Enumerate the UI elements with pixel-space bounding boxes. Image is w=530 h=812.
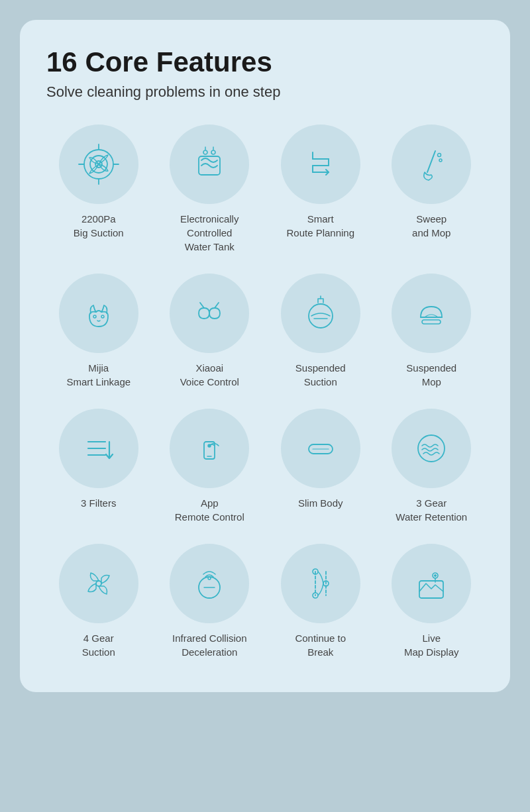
feature-app-remote: AppRemote Control — [158, 409, 262, 524]
suspended-suction-icon — [299, 292, 342, 334]
voice-control-icon — [188, 292, 231, 334]
water-tank-icon — [188, 143, 231, 185]
infrared-label: Infrared CollisionDeceleration — [172, 631, 247, 659]
app-remote-icon — [188, 427, 231, 470]
suspended-mop-icon — [410, 292, 452, 334]
big-suction-label: 2200PaBig Suction — [74, 212, 124, 240]
feature-voice-control: XiaoaiVoice Control — [158, 274, 262, 389]
water-tank-icon-circle — [170, 125, 249, 204]
feature-infrared: Infrared CollisionDeceleration — [158, 544, 262, 659]
main-card: 16 Core Features Solve cleaning problems… — [20, 20, 510, 692]
feature-three-filters: 3 Filters — [46, 409, 151, 524]
svg-point-7 — [203, 150, 207, 154]
mijia-linkage-icon — [78, 292, 120, 334]
three-filters-icon-circle — [59, 409, 138, 488]
svg-line-18 — [200, 303, 204, 308]
mijia-linkage-label: MijiaSmart Linkage — [66, 361, 131, 389]
live-map-icon-circle — [392, 544, 471, 623]
route-planning-icon-circle — [281, 125, 360, 204]
svg-point-8 — [211, 150, 215, 154]
svg-point-15 — [93, 315, 96, 318]
svg-point-34 — [96, 581, 101, 586]
slim-body-label: Slim Body — [298, 496, 343, 510]
svg-point-13 — [438, 154, 441, 157]
slim-body-icon-circle — [281, 409, 360, 488]
page-title: 16 Core Features — [46, 46, 484, 78]
slim-body-icon — [299, 427, 342, 470]
svg-point-36 — [208, 577, 211, 580]
feature-suspended-suction: SuspendedSuction — [268, 274, 373, 389]
features-grid: 2200PaBig Suction ElectronicallyCont — [46, 125, 484, 659]
infrared-icon — [188, 562, 231, 605]
route-planning-label: SmartRoute Planning — [286, 212, 354, 240]
water-retention-icon-circle — [392, 409, 471, 488]
mijia-linkage-icon-circle — [59, 274, 138, 353]
svg-line-12 — [427, 151, 435, 172]
continue-break-label: Continue toBreak — [295, 631, 346, 659]
svg-line-19 — [215, 303, 219, 308]
suspended-mop-icon-circle — [392, 274, 471, 353]
voice-control-icon-circle — [170, 274, 249, 353]
voice-control-label: XiaoaiVoice Control — [180, 361, 239, 389]
continue-break-icon — [299, 562, 342, 605]
feature-water-tank: ElectronicallyControlledWater Tank — [158, 125, 262, 254]
feature-water-retention: 3 GearWater Retention — [380, 409, 484, 524]
suspended-suction-icon-circle — [281, 274, 360, 353]
svg-rect-23 — [422, 320, 441, 324]
big-suction-icon — [78, 143, 120, 185]
route-planning-icon — [299, 143, 342, 185]
app-remote-icon-circle — [170, 409, 249, 488]
feature-live-map: LiveMap Display — [380, 544, 484, 659]
feature-mijia-linkage: MijiaSmart Linkage — [46, 274, 151, 389]
three-filters-icon — [78, 427, 120, 470]
feature-big-suction: 2200PaBig Suction — [46, 125, 151, 254]
big-suction-icon-circle — [59, 125, 138, 204]
sweep-mop-label: Sweepand Mop — [412, 212, 450, 240]
water-retention-label: 3 GearWater Retention — [396, 496, 467, 524]
continue-break-icon-circle — [281, 544, 360, 623]
feature-route-planning: SmartRoute Planning — [268, 125, 373, 254]
live-map-icon — [410, 562, 452, 605]
svg-rect-41 — [419, 581, 443, 598]
app-remote-label: AppRemote Control — [175, 496, 244, 524]
water-tank-label: ElectronicallyControlledWater Tank — [180, 212, 238, 254]
water-retention-icon — [410, 427, 452, 470]
feature-continue-break: Continue toBreak — [268, 544, 373, 659]
three-filters-label: 3 Filters — [81, 496, 116, 510]
sweep-mop-icon-circle — [392, 125, 471, 204]
infrared-icon-circle — [170, 544, 249, 623]
feature-slim-body: Slim Body — [268, 409, 373, 524]
live-map-label: LiveMap Display — [404, 631, 459, 659]
suspended-mop-label: SuspendedMop — [406, 361, 456, 389]
svg-point-44 — [435, 575, 437, 577]
feature-sweep-mop: Sweepand Mop — [380, 125, 484, 254]
suspended-suction-label: SuspendedSuction — [295, 361, 346, 389]
svg-point-30 — [208, 444, 211, 447]
gear-suction-icon-circle — [59, 544, 138, 623]
svg-point-16 — [101, 315, 104, 318]
svg-point-14 — [439, 159, 442, 162]
gear-suction-icon — [78, 562, 120, 605]
page-subtitle: Solve cleaning problems in one step — [46, 83, 484, 101]
feature-suspended-mop: SuspendedMop — [380, 274, 484, 389]
svg-point-33 — [418, 435, 445, 462]
sweep-mop-icon — [410, 143, 452, 185]
gear-suction-label: 4 GearSuction — [82, 631, 115, 659]
feature-gear-suction: 4 GearSuction — [46, 544, 151, 659]
